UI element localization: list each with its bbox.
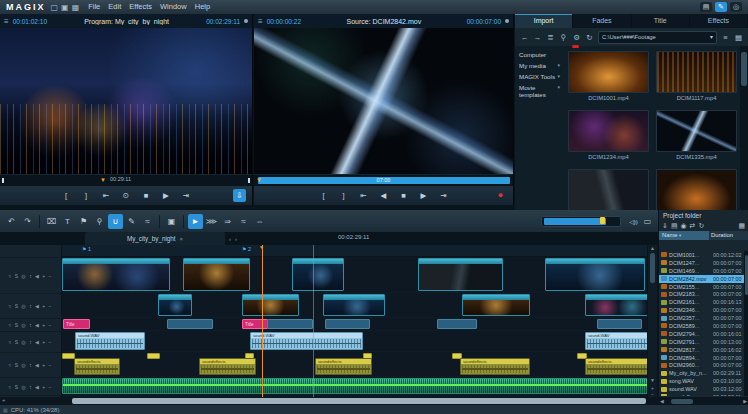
list-view-icon[interactable]: ≡ — [721, 33, 730, 42]
timeline-horizontal-scrollbar[interactable]: + — [0, 397, 658, 405]
file-row[interactable]: DCIM2791... 00:00:13:00 — [659, 338, 744, 346]
track-controls[interactable]: ≈ S ◎ ↕ ◀ + − — [0, 378, 61, 396]
file-row[interactable]: DCIM2155... 00:00:07:00 — [659, 283, 744, 291]
video-clip[interactable] — [158, 294, 192, 316]
menu-item[interactable]: Edit — [104, 0, 125, 14]
play-button[interactable]: ▶ — [417, 189, 430, 202]
play-button[interactable]: ▶ — [160, 189, 173, 202]
video-clip[interactable] — [323, 294, 385, 316]
scrollbar-thumb[interactable] — [72, 398, 646, 404]
delete-icon[interactable]: ⌧ — [44, 214, 59, 229]
track-controls[interactable]: ≈ S ◎ ↕ ◀ + − — [0, 319, 61, 332]
media-thumbnail[interactable]: DCIM1181.mp4 — [568, 169, 649, 210]
audio-clip[interactable]: sound.WAV — [75, 332, 145, 350]
stop-button[interactable]: ■ — [140, 189, 153, 202]
mouse-mode-one-track-icon[interactable]: ⇒ — [220, 214, 235, 229]
chapter-marker[interactable]: 1 — [82, 246, 91, 252]
back-icon[interactable]: ← — [520, 33, 529, 42]
file-list-horizontal-scrollbar[interactable]: ◀ ▶ — [659, 397, 748, 405]
video-clip[interactable] — [292, 258, 344, 291]
column-name[interactable]: Name ▾ — [659, 231, 709, 240]
path-dropdown-icon[interactable]: ▾ — [710, 32, 713, 43]
track-controls[interactable]: ≈ S ◎ ↕ ◀ + − — [0, 332, 61, 353]
video-clip[interactable] — [62, 258, 170, 291]
sidebar-item[interactable]: MAGIX Tools ▾ — [519, 71, 563, 82]
program-scrub-bar[interactable]: ▼ 00:29:11 — [0, 174, 252, 186]
timeline-ruler[interactable]: 12 — [62, 245, 647, 257]
overlay-clip[interactable] — [267, 319, 313, 329]
thumbnail-image[interactable] — [568, 169, 649, 210]
jump-end-button[interactable]: ⇥ — [437, 189, 450, 202]
audio-clip[interactable]: sound.WAV — [250, 332, 363, 350]
scroll-up-icon[interactable]: ▲ — [648, 245, 657, 251]
file-row[interactable]: DCIM2894... 00:00:07:00 — [659, 354, 744, 362]
record-icon[interactable]: ◉ — [681, 222, 687, 230]
stop-button[interactable]: ■ — [397, 189, 410, 202]
chapter-marker[interactable]: 2 — [242, 246, 251, 252]
file-row[interactable]: DCIM1247... 00:00:07:00 — [659, 259, 744, 267]
display-output-icon[interactable]: ▭ — [641, 217, 654, 226]
title-clip[interactable]: Title — [63, 319, 90, 329]
file-row[interactable]: sound.WAV 00:03:12:00 — [659, 385, 744, 393]
sidebar-item[interactable]: Computer — [519, 49, 563, 60]
monitor-menu-icon[interactable]: ≡ — [4, 17, 9, 26]
track-controls[interactable]: ≈ S ◎ ↕ ◀ + − — [0, 258, 61, 294]
mark-out-button[interactable]: ] — [80, 189, 93, 202]
media-thumbnail[interactable]: DCIM1117.mp4 — [656, 51, 737, 101]
jump-end-button[interactable]: ⇥ — [180, 189, 193, 202]
sound-effect-clip[interactable]: soundeffects — [199, 358, 256, 375]
replace-icon[interactable]: ⇄ — [690, 222, 696, 230]
import-file-icon[interactable]: ⇓ — [662, 222, 668, 230]
overlay-clip[interactable] — [437, 319, 477, 329]
jump-start-button[interactable]: ⇤ — [357, 189, 370, 202]
file-row[interactable]: DCIM2817... 00:00:16:02 — [659, 346, 744, 354]
timeline-vertical-scrollbar[interactable]: ▲ ▼ + − — [647, 245, 657, 397]
mouse-mode-stretch-icon[interactable]: ⇔ — [252, 214, 267, 229]
menu-item[interactable]: Help — [191, 0, 214, 14]
record-button[interactable]: ● — [494, 189, 507, 202]
scrollbar-thumb[interactable] — [671, 399, 693, 404]
chapter-marker-icon[interactable]: ⚑ — [76, 214, 91, 229]
sound-effect-clip[interactable]: soundeffects — [74, 358, 120, 375]
file-list-vertical-scrollbar[interactable] — [744, 251, 748, 396]
file-row[interactable]: DCIM2161... 00:00:16:13 — [659, 298, 744, 306]
audio-clip[interactable]: sound.WAV — [585, 332, 647, 350]
refresh-icon[interactable]: ↻ — [585, 33, 594, 42]
refresh-icon[interactable]: ↻ — [698, 222, 704, 230]
load-project-icon[interactable]: ▣ — [61, 1, 69, 14]
media-thumbnail[interactable]: DCIM1234.mp4 — [568, 110, 649, 160]
media-pool-tab[interactable]: Fades — [573, 14, 631, 28]
monitor-options-icon[interactable] — [244, 19, 248, 23]
title-clip[interactable]: Title — [242, 319, 268, 329]
media-thumbnail[interactable]: DCIM1282.mp4 — [656, 169, 737, 210]
sort-descending-icon[interactable]: ▾ — [679, 233, 681, 238]
video-clip[interactable] — [462, 294, 530, 316]
media-pool-tab[interactable]: Import — [515, 14, 573, 28]
sound-effect-clip[interactable]: soundeffects — [460, 358, 530, 375]
file-row[interactable]: DCIM2842.mov 00:00:07:00 — [659, 275, 744, 283]
scroll-left-icon[interactable]: ◀ — [659, 398, 665, 404]
search-icon[interactable]: ⚲ — [559, 33, 568, 42]
file-row[interactable]: song.WAV 00:03:10:00 — [659, 377, 744, 385]
volume-envelope[interactable] — [63, 384, 647, 386]
media-pool-tab[interactable]: Title — [632, 14, 690, 28]
view-options-icon[interactable]: ▦ — [738, 222, 745, 230]
title-editor-icon[interactable]: T — [60, 214, 75, 229]
video-clip[interactable] — [545, 258, 645, 291]
overlay-clip[interactable] — [167, 319, 213, 329]
thumbnail-image[interactable] — [568, 51, 649, 93]
close-icon[interactable]: × — [180, 236, 184, 242]
next-movie-icon[interactable]: › — [235, 236, 237, 242]
zoom-in-icon[interactable]: + — [2, 397, 6, 403]
column-duration[interactable]: Duration — [709, 231, 748, 240]
sidebar-item[interactable]: My media ▾ — [519, 60, 563, 71]
mark-in-button[interactable]: [ — [60, 189, 73, 202]
audio-volume-icon[interactable]: ◁)) — [627, 218, 640, 225]
file-row[interactable]: DCIM2589... 00:00:07:00 — [659, 322, 744, 330]
redo-icon[interactable]: ↷ — [20, 214, 35, 229]
scrollbar-thumb[interactable] — [741, 52, 747, 86]
separator[interactable] — [39, 215, 40, 228]
insert-button[interactable]: ⇩ — [233, 189, 246, 202]
menu-item[interactable]: Effects — [125, 0, 156, 14]
fx-stub-clip[interactable] — [147, 353, 160, 359]
